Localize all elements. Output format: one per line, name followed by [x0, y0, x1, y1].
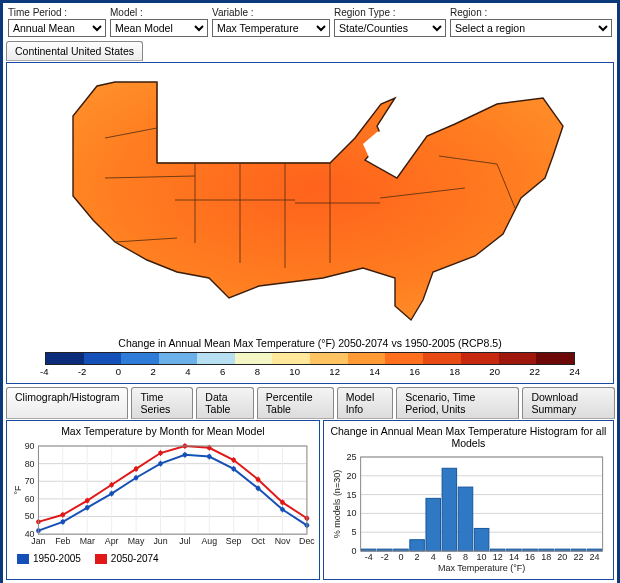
- region-type-label: Region Type :: [334, 7, 446, 18]
- svg-text:15: 15: [346, 490, 356, 500]
- svg-text:60: 60: [25, 494, 35, 504]
- us-outline: [73, 82, 563, 320]
- map-wrapper: Change in Annual Mean Max Temperature (°…: [7, 63, 613, 383]
- tab-scenario-time-period-units[interactable]: Scenario, Time Period, Units: [396, 387, 519, 419]
- tab-data-table[interactable]: Data Table: [196, 387, 253, 419]
- region-label: Region :: [450, 7, 612, 18]
- colorbar-cell: [272, 353, 310, 364]
- climograph-box: Max Temperature by Month for Mean Model …: [6, 420, 320, 580]
- legend-item-historical: 1950-2005: [17, 553, 81, 564]
- region-type-select[interactable]: State/Counties: [334, 19, 446, 37]
- histogram-chart[interactable]: 0510152025-4-2024681012141618202224% mod…: [328, 451, 609, 573]
- svg-text:°F: °F: [13, 485, 23, 495]
- svg-text:24: 24: [589, 552, 599, 562]
- svg-text:70: 70: [25, 476, 35, 486]
- legend-swatch: [95, 554, 107, 564]
- lower-tabbar: Climograph/HistogramTime SeriesData Tabl…: [5, 385, 615, 419]
- colorbar-cell: [423, 353, 461, 364]
- tab-download-summary[interactable]: Download Summary: [522, 387, 615, 419]
- colorbar-cell: [197, 353, 235, 364]
- svg-text:-4: -4: [364, 552, 372, 562]
- colorbar-cell: [235, 353, 273, 364]
- svg-text:Mar: Mar: [80, 536, 95, 546]
- tab-time-series[interactable]: Time Series: [131, 387, 193, 419]
- colorbar-tick: 6: [220, 366, 225, 377]
- svg-text:% models (n=30): % models (n=30): [331, 470, 341, 538]
- colorbar-tick: 20: [489, 366, 500, 377]
- colorbar-cell: [310, 353, 348, 364]
- charts-row: Max Temperature by Month for Mean Model …: [6, 420, 614, 580]
- time-period-select[interactable]: Annual Mean: [8, 19, 106, 37]
- colorbar-cell: [461, 353, 499, 364]
- svg-text:20: 20: [557, 552, 567, 562]
- colorbar-tick: 22: [529, 366, 540, 377]
- colorbar-cell: [348, 353, 386, 364]
- colorbar-cell: [121, 353, 159, 364]
- colorbar-tick: 2: [150, 366, 155, 377]
- map-tabbar: Continental United States: [5, 39, 615, 61]
- svg-text:25: 25: [346, 452, 356, 462]
- colorbar-tick: -2: [78, 366, 86, 377]
- svg-rect-102: [426, 498, 441, 551]
- svg-text:Max Temperature (°F): Max Temperature (°F): [438, 563, 525, 573]
- histogram-title: Change in Annual Mean Max Temperature Hi…: [328, 425, 609, 449]
- climograph-title: Max Temperature by Month for Mean Model: [11, 425, 315, 437]
- svg-text:8: 8: [463, 552, 468, 562]
- colorbar-tick: -4: [40, 366, 48, 377]
- svg-text:10: 10: [476, 552, 486, 562]
- colorbar-tick: 4: [185, 366, 190, 377]
- svg-text:16: 16: [525, 552, 535, 562]
- colorbar-cell: [499, 353, 537, 364]
- model-label: Model :: [110, 7, 208, 18]
- map-panel: Change in Annual Mean Max Temperature (°…: [6, 62, 614, 384]
- colorbar-tick: 12: [329, 366, 340, 377]
- colorbar-cell: [536, 353, 574, 364]
- svg-text:20: 20: [346, 471, 356, 481]
- svg-text:Apr: Apr: [105, 536, 119, 546]
- app-frame: Time Period : Annual Mean Model : Mean M…: [0, 0, 620, 583]
- svg-text:50: 50: [25, 511, 35, 521]
- variable-group: Variable : Max Temperature: [212, 7, 330, 37]
- colorbar-cell: [159, 353, 197, 364]
- time-period-label: Time Period :: [8, 7, 106, 18]
- svg-text:10: 10: [346, 508, 356, 518]
- svg-text:14: 14: [509, 552, 519, 562]
- climograph-legend: 1950-2005 2050-2074: [11, 551, 315, 566]
- colorbar-tick: 0: [116, 366, 121, 377]
- svg-text:Feb: Feb: [55, 536, 70, 546]
- svg-text:Sep: Sep: [226, 536, 242, 546]
- model-select[interactable]: Mean Model: [110, 19, 208, 37]
- colorbar-cell: [84, 353, 122, 364]
- svg-text:18: 18: [541, 552, 551, 562]
- svg-text:Oct: Oct: [251, 536, 265, 546]
- legend-swatch: [17, 554, 29, 564]
- tab-model-info[interactable]: Model Info: [337, 387, 394, 419]
- colorbar-tick: 10: [289, 366, 300, 377]
- svg-text:0: 0: [351, 546, 356, 556]
- svg-text:Dec: Dec: [299, 536, 315, 546]
- climograph-chart[interactable]: 405060708090JanFebMarAprMayJunJulAugSepO…: [11, 439, 315, 549]
- tab-percentile-table[interactable]: Percentile Table: [257, 387, 334, 419]
- region-type-group: Region Type : State/Counties: [334, 7, 446, 37]
- colorbar-ticks: -4-2024681012141618202224: [40, 366, 580, 377]
- colorbar-cell: [385, 353, 423, 364]
- time-period-group: Time Period : Annual Mean: [8, 7, 106, 37]
- tab-climograph-histogram[interactable]: Climograph/Histogram: [6, 387, 128, 419]
- svg-text:0: 0: [398, 552, 403, 562]
- svg-text:Jan: Jan: [31, 536, 45, 546]
- svg-text:6: 6: [447, 552, 452, 562]
- colorbar-tick: 18: [449, 366, 460, 377]
- toolbar: Time Period : Annual Mean Model : Mean M…: [5, 5, 615, 39]
- colorbar-tick: 16: [409, 366, 420, 377]
- map-tab-conus[interactable]: Continental United States: [6, 41, 143, 61]
- svg-rect-104: [458, 487, 473, 551]
- svg-rect-105: [474, 528, 489, 551]
- svg-text:-2: -2: [381, 552, 389, 562]
- region-select[interactable]: Select a region: [450, 19, 612, 37]
- svg-text:90: 90: [25, 441, 35, 451]
- histogram-box: Change in Annual Mean Max Temperature Hi…: [323, 420, 614, 580]
- colorbar-cell: [46, 353, 84, 364]
- us-map[interactable]: [45, 68, 575, 333]
- variable-select[interactable]: Max Temperature: [212, 19, 330, 37]
- svg-text:22: 22: [573, 552, 583, 562]
